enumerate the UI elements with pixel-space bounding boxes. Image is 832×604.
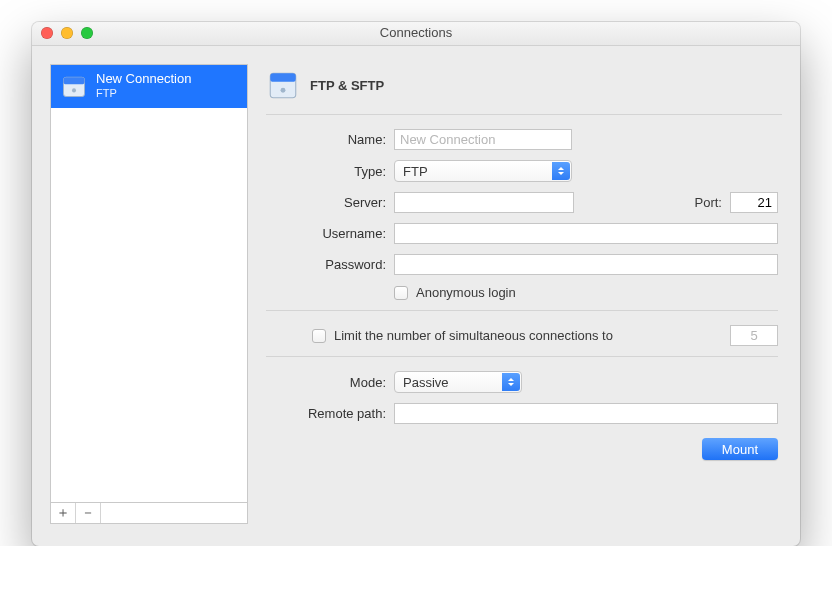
type-selected-value: FTP xyxy=(403,164,428,179)
password-label: Password: xyxy=(266,257,394,272)
anonymous-label: Anonymous login xyxy=(416,285,516,300)
username-label: Username: xyxy=(266,226,394,241)
type-label: Type: xyxy=(266,164,394,179)
titlebar: Connections xyxy=(32,22,800,46)
username-input[interactable] xyxy=(394,223,778,244)
connection-detail: FTP & SFTP Name: Type: FTP xyxy=(266,64,782,524)
name-label: Name: xyxy=(266,132,394,147)
connection-title: New Connection xyxy=(96,72,191,87)
drive-icon xyxy=(60,72,88,100)
mode-selected-value: Passive xyxy=(403,375,449,390)
name-input[interactable] xyxy=(394,129,572,150)
remote-path-input[interactable] xyxy=(394,403,778,424)
svg-rect-4 xyxy=(270,73,296,82)
mode-label: Mode: xyxy=(266,375,394,390)
close-icon[interactable] xyxy=(41,27,53,39)
anonymous-checkbox[interactable] xyxy=(394,286,408,300)
connections-sidebar: New Connection FTP ＋ － xyxy=(50,64,248,524)
connection-row[interactable]: New Connection FTP xyxy=(51,65,247,108)
pane-title: FTP & SFTP xyxy=(310,78,384,93)
mount-button[interactable]: Mount xyxy=(702,438,778,460)
limit-connections-input[interactable] xyxy=(730,325,778,346)
limit-connections-label: Limit the number of simultaneous connect… xyxy=(334,328,613,343)
svg-rect-1 xyxy=(64,77,85,84)
separator xyxy=(266,310,778,311)
window-title: Connections xyxy=(32,22,800,44)
connection-subtitle: FTP xyxy=(96,87,191,100)
limit-connections-checkbox[interactable] xyxy=(312,329,326,343)
minimize-icon[interactable] xyxy=(61,27,73,39)
port-label: Port: xyxy=(695,195,722,210)
password-input[interactable] xyxy=(394,254,778,275)
sidebar-footer: ＋ － xyxy=(50,502,248,524)
select-arrows-icon xyxy=(552,162,570,180)
drive-icon xyxy=(266,68,300,102)
svg-point-2 xyxy=(72,88,76,92)
remote-path-label: Remote path: xyxy=(266,406,394,421)
port-input[interactable] xyxy=(730,192,778,213)
remove-connection-button[interactable]: － xyxy=(76,503,101,523)
zoom-icon[interactable] xyxy=(81,27,93,39)
server-label: Server: xyxy=(266,195,394,210)
select-arrows-icon xyxy=(502,373,520,391)
svg-point-5 xyxy=(281,88,286,93)
mode-select[interactable]: Passive xyxy=(394,371,522,393)
add-connection-button[interactable]: ＋ xyxy=(51,503,76,523)
server-input[interactable] xyxy=(394,192,574,213)
connections-window: Connections New Connection FTP xyxy=(32,22,800,546)
type-select[interactable]: FTP xyxy=(394,160,572,182)
window-controls xyxy=(41,27,93,39)
separator xyxy=(266,356,778,357)
connections-list[interactable]: New Connection FTP xyxy=(50,64,248,502)
